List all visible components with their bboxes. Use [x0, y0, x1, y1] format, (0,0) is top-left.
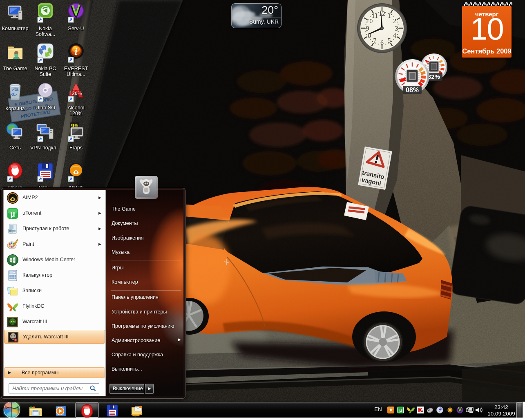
svg-text:µ: µ: [10, 209, 15, 218]
svg-text:i: i: [75, 46, 78, 57]
svg-text:12: 12: [379, 10, 385, 17]
svg-text:4: 4: [393, 32, 396, 39]
svg-text:120%: 120%: [69, 91, 82, 96]
svg-text:11: 11: [371, 12, 378, 19]
svg-text:08%: 08%: [406, 87, 419, 93]
svg-text:9: 9: [366, 25, 369, 32]
svg-text:32%: 32%: [428, 73, 440, 80]
svg-text:2: 2: [393, 18, 396, 24]
svg-text:µ: µ: [399, 408, 402, 413]
svg-text:6: 6: [380, 39, 384, 46]
svg-text:3: 3: [395, 25, 398, 32]
